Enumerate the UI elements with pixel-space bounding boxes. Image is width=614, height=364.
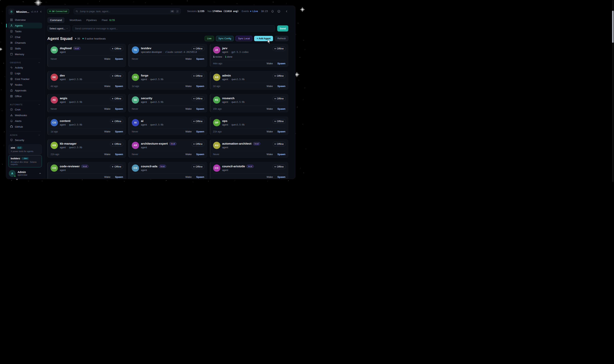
- sidebar-item-memory[interactable]: Memory: [8, 51, 42, 57]
- agent-card[interactable]: Offline AR architecture-expert local age…: [129, 139, 207, 158]
- tab-pipelines[interactable]: Pipelines: [86, 17, 97, 23]
- sidebar-item-agents[interactable]: Agents: [8, 23, 42, 28]
- events-live: Live: [252, 10, 258, 13]
- live-button[interactable]: Live: [205, 36, 214, 41]
- sidebar-item-github[interactable]: GitHub: [8, 124, 42, 130]
- spawn-button[interactable]: Spawn: [115, 57, 123, 60]
- agent-card[interactable]: Offline CO council-ada local agent Wake: [129, 162, 207, 179]
- status-badge: Offline: [110, 164, 123, 169]
- sidebar-item-channels[interactable]: Channels: [8, 40, 42, 46]
- search-input[interactable]: [80, 10, 169, 13]
- spawn-button[interactable]: Spawn: [115, 107, 123, 110]
- sidebar-item-logs[interactable]: Logs: [8, 70, 42, 76]
- wake-button[interactable]: Wake: [267, 176, 273, 178]
- agent-card[interactable]: Offline KB kb-manager agent qwen3.5:9b 2…: [47, 139, 126, 158]
- promo-card-builderz[interactable]: builderz .dev AI-native dev shop · Solan…: [8, 155, 42, 167]
- sidebar-collapse-icon[interactable]: [40, 10, 42, 13]
- spawn-button[interactable]: Spawn: [115, 153, 123, 156]
- agent-card[interactable]: Offline OP ops agent qwen3.5:9b 21h ago …: [210, 117, 288, 135]
- wake-button[interactable]: Wake: [104, 176, 110, 178]
- agent-card[interactable]: Offline TE testdev specialist developer …: [129, 44, 207, 67]
- spawn-button[interactable]: Spawn: [196, 107, 204, 110]
- wake-button[interactable]: Wake: [104, 153, 110, 156]
- spawn-button[interactable]: Spawn: [277, 85, 285, 88]
- wake-button[interactable]: Wake: [185, 153, 192, 156]
- spawn-button[interactable]: Spawn: [277, 176, 285, 178]
- sidebar-section-admin[interactable]: ADMIN: [10, 134, 40, 136]
- spawn-button[interactable]: Spawn: [196, 57, 204, 60]
- tab-command[interactable]: Command: [47, 17, 65, 23]
- wake-button[interactable]: Wake: [104, 57, 110, 60]
- sidebar-item-overview[interactable]: Overview: [8, 17, 42, 23]
- spawn-button[interactable]: Spawn: [196, 130, 204, 133]
- wake-button[interactable]: Wake: [185, 107, 192, 110]
- wake-button[interactable]: Wake: [185, 57, 192, 60]
- spawn-button[interactable]: Spawn: [277, 153, 285, 156]
- spawn-button[interactable]: Spawn: [196, 153, 204, 156]
- spawn-button[interactable]: Spawn: [196, 176, 204, 178]
- sidebar-item-tasks[interactable]: Tasks: [8, 28, 42, 34]
- agent-card[interactable]: Offline RE research agent qwen3.5:9b 15h…: [210, 94, 288, 112]
- sidebar-item-security[interactable]: Security: [8, 137, 42, 143]
- sidebar-item-approvals[interactable]: Approvals: [8, 88, 42, 93]
- spawn-button[interactable]: Spawn: [115, 85, 123, 88]
- sidebar-item-skills[interactable]: Skills: [8, 46, 42, 51]
- spawn-button[interactable]: Spawn: [277, 107, 285, 110]
- sidebar-item-alerts[interactable]: Alerts: [8, 118, 42, 124]
- spawn-button[interactable]: Spawn: [115, 130, 123, 133]
- sidebar-item-chat[interactable]: Chat: [8, 34, 42, 40]
- sessions-value: 1/235: [198, 10, 204, 13]
- sidebar-item-cron[interactable]: Cron: [8, 107, 42, 112]
- spawn-button[interactable]: Spawn: [196, 85, 204, 88]
- command-input[interactable]: [73, 25, 275, 31]
- agent-card[interactable]: Offline CO code-reviewer local agent Wak…: [47, 162, 126, 179]
- agent-card[interactable]: Offline AU automation-architect local ag…: [210, 139, 288, 158]
- agent-card[interactable]: Offline AD admin agent qwen3.5:9b 2d ago…: [210, 71, 288, 90]
- agent-card[interactable]: Offline DE dev agent qwen3.5:9b 4d ago W…: [47, 71, 126, 90]
- send-button[interactable]: Send: [277, 25, 288, 31]
- sidebar-item-label: Memory: [15, 53, 24, 56]
- agent-card[interactable]: Offline SE security agent qwen3.5:9b Nev…: [129, 94, 207, 112]
- sidebar-item-activity[interactable]: Activity: [8, 65, 42, 70]
- tab-fleet[interactable]: Fleet0/35: [102, 17, 115, 23]
- sync-config-button[interactable]: Sync Config: [216, 36, 234, 41]
- agent-card[interactable]: Offline FO forge agent qwen3.5:9b 1d ago…: [129, 71, 207, 90]
- promo-card-xint[interactable]: xint CLI X power tools for agents.: [8, 144, 42, 154]
- agent-card[interactable]: Offline CO council-aristotle local agent…: [210, 162, 288, 179]
- spawn-button[interactable]: Spawn: [115, 176, 123, 178]
- wake-button[interactable]: Wake: [185, 85, 192, 88]
- wake-button[interactable]: Wake: [185, 130, 192, 133]
- wake-button[interactable]: Wake: [267, 85, 273, 88]
- wake-button[interactable]: Wake: [104, 85, 110, 88]
- agent-card[interactable]: Offline AI ai agent qwen3.5:9b Never Wak…: [129, 117, 207, 135]
- user-menu[interactable]: A Admin openclaw: [8, 169, 42, 177]
- wake-button[interactable]: Wake: [104, 130, 110, 133]
- spawn-button[interactable]: Spawn: [277, 62, 285, 65]
- wake-button[interactable]: Wake: [104, 107, 110, 110]
- sidebar-item-cost-tracker[interactable]: Cost Tracker: [8, 76, 42, 82]
- sidebar-section-observe[interactable]: OBSERVE: [10, 61, 40, 64]
- global-search[interactable]: ⌘K /: [74, 8, 181, 14]
- wake-button[interactable]: Wake: [267, 62, 273, 65]
- notifications-bell-icon[interactable]: [271, 10, 274, 13]
- agent-card[interactable]: Offline AE aegis agent qwen3.5:9b Never …: [47, 94, 126, 112]
- sync-local-button[interactable]: Sync Local: [236, 36, 252, 41]
- agent-card[interactable]: Offline DO dogfood local agent Never Wak…: [47, 44, 126, 67]
- wake-button[interactable]: Wake: [267, 130, 273, 133]
- sidebar-item-label: Chat: [15, 36, 20, 39]
- sidebar-section-automate[interactable]: AUTOMATE: [10, 104, 40, 106]
- feedback-smiley-icon[interactable]: [277, 10, 280, 13]
- agent-card[interactable]: Offline CO content agent qwen3.5:9b 1d a…: [47, 117, 126, 135]
- panel-collapse-icon[interactable]: [285, 10, 288, 13]
- sidebar-item-webhooks[interactable]: Webhooks: [8, 112, 42, 118]
- sidebar-item-nodes[interactable]: Nodes: [8, 82, 42, 88]
- agent-select-dropdown[interactable]: Select agent...: [47, 25, 70, 31]
- tab-workflows[interactable]: Workflows: [69, 17, 81, 23]
- wake-button[interactable]: Wake: [267, 107, 273, 110]
- sidebar-item-office[interactable]: Office: [8, 93, 42, 99]
- refresh-button[interactable]: Refresh: [275, 36, 288, 41]
- spawn-button[interactable]: Spawn: [277, 130, 285, 133]
- wake-button[interactable]: Wake: [267, 153, 273, 156]
- wake-button[interactable]: Wake: [185, 176, 192, 178]
- agent-card[interactable]: Offline JA jarv agent gpt-5.3-codex 1 re…: [210, 44, 288, 67]
